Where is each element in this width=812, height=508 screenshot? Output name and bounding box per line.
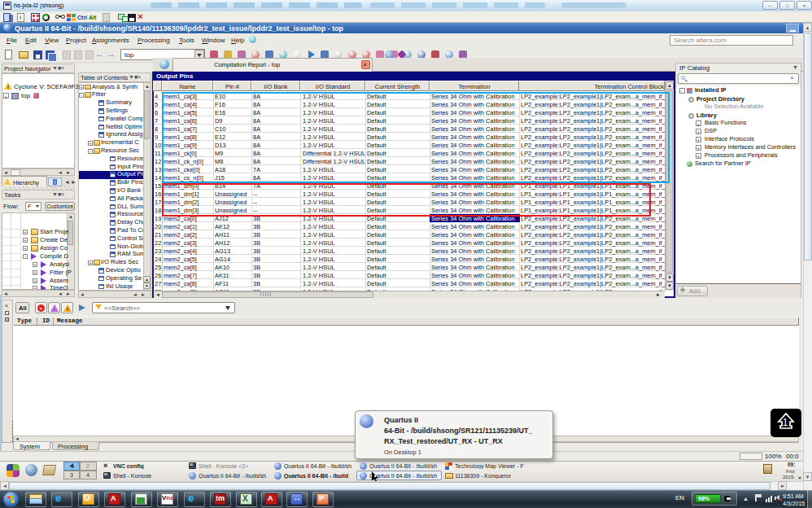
svg-text:1: 1 bbox=[783, 417, 788, 428]
